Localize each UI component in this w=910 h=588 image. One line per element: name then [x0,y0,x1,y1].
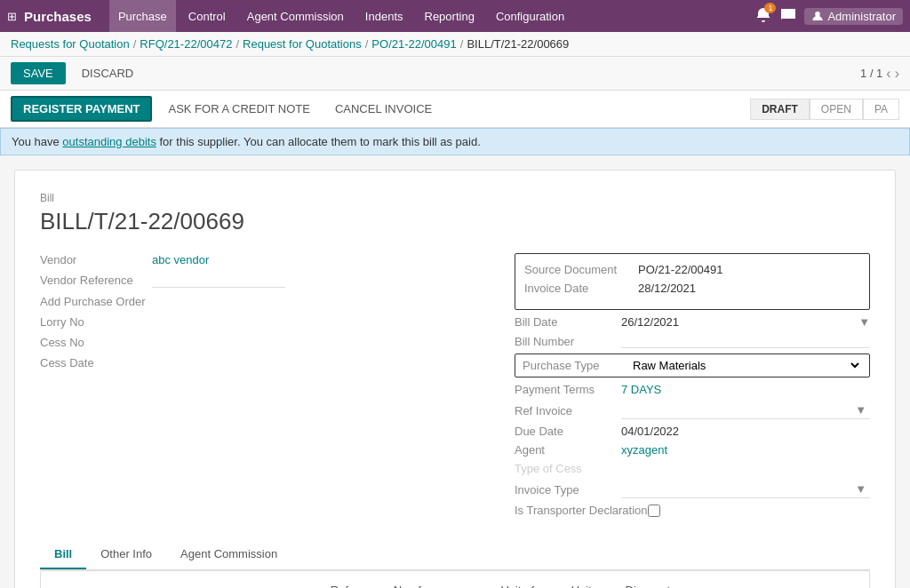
type-of-cess-row: Type of Cess [515,462,870,475]
save-button[interactable]: SAVE [11,62,66,84]
cancel-invoice-button[interactable]: CANCEL INVOICE [326,98,441,120]
next-arrow[interactable]: › [895,66,899,82]
cess-no-label: Cess No [40,336,147,349]
right-section-top: Source Document PO/21-22/00491 Invoice D… [515,253,870,310]
vendor-reference-input[interactable] [152,274,285,288]
invoice-date-label: Invoice Date [524,282,631,295]
vendor-value[interactable]: abc vendor [152,253,209,266]
discard-button[interactable]: DISCARD [73,62,143,84]
lorry-no-label: Lorry No [40,315,147,329]
bill-number-input[interactable] [621,334,870,348]
col-product: Product [65,578,123,588]
user-menu[interactable]: Administrator [804,8,903,25]
status-draft[interactable]: DRAFT [750,99,810,120]
chat-icon[interactable] [779,6,797,27]
table-header-row: # Product Description Account Ref Invoic… [41,578,869,588]
col-amount: Amount [735,578,797,588]
col-no-of-bags: No of Bags [387,578,436,588]
bill-body: Vendor abc vendor Vendor Reference Add P… [40,253,870,522]
nav-indents[interactable]: Indents [356,0,412,32]
nav-links: Purchase Control Agent Commission Indent… [109,0,755,32]
nav-control[interactable]: Control [180,0,235,32]
is-transporter-label: Is Transporter Declaration [515,504,648,517]
due-date-label: Due Date [515,425,621,438]
invoice-type-dropdown[interactable]: ▼ [621,481,870,498]
register-payment-button[interactable]: REGISTER PAYMENT [11,96,152,122]
bill-date-dropdown-icon: ▼ [858,315,870,329]
breadcrumb: Requests for Quotation / RFQ/21-22/00472… [0,32,910,57]
agent-row: Agent xyzagent [515,443,870,457]
col-discount: Discount (%) [619,578,684,588]
bill-date-value[interactable]: 26/12/2021 [621,315,858,329]
purchase-type-row[interactable]: Purchase Type Raw Materials [515,354,870,377]
source-document-label: Source Document [524,263,631,276]
top-navigation: ⊞ Purchases Purchase Control Agent Commi… [0,0,910,32]
is-transporter-checkbox[interactable] [648,505,660,517]
breadcrumb-sep-4: / [460,37,464,51]
source-document-row: Source Document PO/21-22/00491 [524,263,860,276]
status-pills: DRAFT OPEN PA [750,99,899,120]
due-date-value[interactable]: 04/01/2022 [621,425,679,438]
action-bar: SAVE DISCARD 1 / 1 ‹ › [0,57,910,91]
vendor-reference-label: Vendor Reference [40,274,147,287]
status-paid[interactable]: PA [863,99,899,120]
status-bar: REGISTER PAYMENT ASK FOR A CREDIT NOTE C… [0,91,910,128]
nav-reporting[interactable]: Reporting [416,0,483,32]
vendor-row: Vendor abc vendor [40,253,488,266]
cess-no-row: Cess No [40,336,488,349]
col-unit-of-measure: Unit of Measure [493,578,563,588]
app-grid-icon[interactable]: ⊞ [7,10,17,23]
payment-terms-row: Payment Terms 7 DAYS [515,383,870,396]
status-open[interactable]: OPEN [810,99,863,120]
ref-invoice-label: Ref Invoice [515,404,621,417]
payment-terms-value[interactable]: 7 DAYS [621,383,661,396]
col-taxes: Taxes [684,578,735,588]
tab-agent-commission[interactable]: Agent Commission [166,540,291,569]
ref-invoice-dropdown[interactable]: ▼ [621,401,870,419]
svg-point-0 [816,12,821,17]
add-purchase-order-label: Add Purchase Order [40,295,147,308]
main-content: Bill BILL/T/21-22/00669 Vendor abc vendo… [0,155,910,588]
bill-table-outer: # Product Description Account Ref Invoic… [40,570,870,588]
is-transporter-row: Is Transporter Declaration [515,504,870,517]
col-grn-date: GRN Date [797,578,869,588]
col-description: Description [123,578,221,588]
breadcrumb-sep-2: / [235,37,239,51]
bill-right: Source Document PO/21-22/00491 Invoice D… [515,253,870,522]
agent-value[interactable]: xyzagent [621,443,667,457]
nav-configuration[interactable]: Configuration [487,0,573,32]
ask-credit-note-button[interactable]: ASK FOR A CREDIT NOTE [159,98,318,120]
cess-date-row: Cess Date [40,356,488,369]
warning-link[interactable]: outstanding debits [62,135,156,148]
prev-arrow[interactable]: ‹ [886,66,890,82]
bill-table: # Product Description Account Ref Invoic… [41,578,869,588]
nav-purchase[interactable]: Purchase [109,0,176,32]
breadcrumb-rfq[interactable]: Requests for Quotation [11,37,130,51]
notification-icon[interactable]: 1 [754,6,772,27]
purchase-type-label: Purchase Type [523,359,629,372]
bill-card: Bill BILL/T/21-22/00669 Vendor abc vendo… [14,170,896,588]
warning-text: You have [12,135,62,148]
bill-tabs: Bill Other Info Agent Commission [40,540,870,570]
invoice-type-row: Invoice Type ▼ [515,481,870,498]
vendor-label: Vendor [40,253,147,266]
invoice-type-dropdown-icon: ▼ [855,482,866,496]
purchase-type-select[interactable]: Raw Materials [629,358,862,373]
bill-date-label: Bill Date [515,315,621,329]
col-quantity: Quantity [436,578,493,588]
invoice-type-label: Invoice Type [515,483,621,497]
tab-bill[interactable]: Bill [40,540,86,569]
vendor-reference-row: Vendor Reference [40,274,488,288]
invoice-date-value[interactable]: 28/12/2021 [638,282,860,295]
breadcrumb-request-quotations[interactable]: Request for Quotations [243,37,362,51]
tab-other-info[interactable]: Other Info [86,540,166,569]
app-title: Purchases [24,9,92,24]
breadcrumb-bill: BILL/T/21-22/00669 [467,37,569,51]
breadcrumb-po[interactable]: PO/21-22/00491 [371,37,456,51]
bill-left: Vendor abc vendor Vendor Reference Add P… [40,253,488,522]
nav-agent-commission[interactable]: Agent Commission [238,0,353,32]
nav-right-icons: 1 Administrator [754,6,903,27]
ref-invoice-row: Ref Invoice ▼ [515,401,870,419]
breadcrumb-rfq-num[interactable]: RFQ/21-22/00472 [140,37,232,51]
source-document-value: PO/21-22/00491 [638,263,860,276]
